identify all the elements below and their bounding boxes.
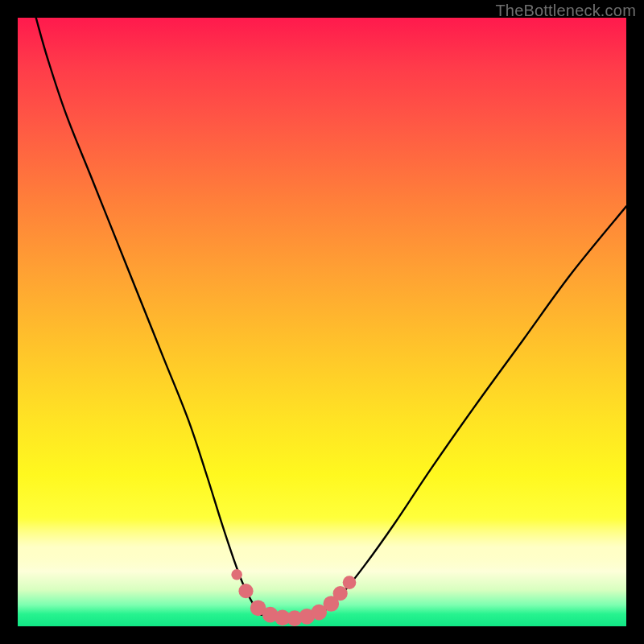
valley-marker: [333, 586, 348, 601]
curve-layer: [18, 18, 626, 626]
valley-marker: [231, 569, 242, 580]
valley-marker: [238, 584, 253, 598]
plot-area: [18, 18, 626, 626]
chart-stage: TheBottleneck.com: [0, 0, 644, 644]
bottleneck-curve: [36, 18, 626, 620]
valley-marker: [343, 576, 357, 589]
